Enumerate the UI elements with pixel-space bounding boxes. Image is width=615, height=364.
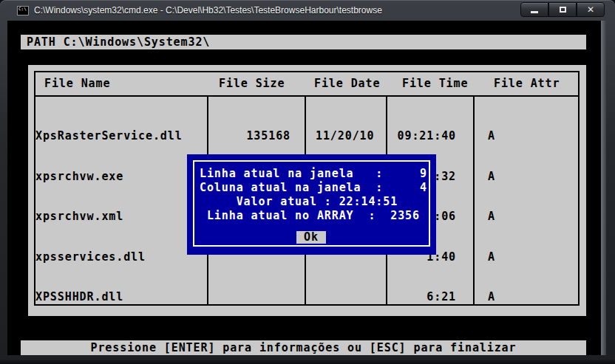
cell-file-attr: A [488, 170, 495, 184]
cell-file-name: xpsrchvw.xml [35, 210, 123, 224]
minimize-button[interactable] [520, 2, 548, 17]
cell-file-attr: A [488, 129, 495, 143]
column-header-file-attr: File Attr [494, 77, 560, 90]
close-button[interactable]: ✕ [577, 2, 605, 17]
table-row[interactable]: XpsRasterService.dll13516811/20/1009:21:… [28, 129, 586, 143]
cell-file-date: 11/20/10 [316, 129, 374, 143]
cell-file-time: 09:21:40 [383, 129, 456, 143]
column-header-file-size: File Size [219, 77, 285, 90]
cmd-window: C:\ C:\Windows\system32\cmd.exe - C:\Dev… [0, 0, 615, 360]
close-icon: ✕ [587, 5, 594, 14]
cell-file-attr: A [488, 210, 495, 224]
cell-file-name: XPSSHHDR.dll [35, 290, 123, 304]
window-frame-right-bevel [601, 21, 606, 355]
screen: C:\ C:\Windows\system32\cmd.exe - C:\Dev… [0, 0, 615, 364]
cell-file-name: xpsrchvw.exe [35, 170, 123, 184]
dialog-line-current-value: Valor atual : 22:14:51 [200, 195, 398, 209]
column-header-file-time: File Time [402, 77, 468, 90]
path-bar: PATH C:\Windows\System32\ [21, 35, 586, 49]
window-title: C:\Windows\system32\cmd.exe - C:\Devel\H… [34, 5, 382, 16]
maximize-icon [560, 7, 566, 13]
status-text: Pressione [ENTER] para informações ou [E… [91, 341, 517, 354]
dialog-line-window-row: Linha atual na janela : 9 [200, 167, 427, 181]
ok-button[interactable]: Ok [296, 231, 326, 244]
minimize-icon [531, 11, 538, 13]
cell-file-name: XpsRasterService.dll [35, 129, 183, 143]
cell-file-size [214, 290, 290, 304]
path-text: PATH C:\Windows\System32\ [27, 35, 210, 49]
cell-file-name: xpsservices.dll [35, 250, 146, 264]
dialog-line-window-col: Coluna atual na janela : 4 [200, 181, 427, 195]
header-separator-line [35, 95, 579, 97]
window-controls: ✕ [520, 2, 605, 17]
console-client-area: PATH C:\Windows\System32\ File Name File… [7, 21, 601, 355]
cell-file-attr: A [488, 250, 495, 264]
cmd-icon[interactable]: C:\ [17, 6, 29, 16]
taskbar-sliver [0, 360, 615, 364]
dialog-line-array-row: Linha atual no ARRAY : 2356 [200, 209, 420, 223]
status-bar: Pressione [ENTER] para informações ou [E… [21, 340, 586, 355]
title-bar[interactable]: C:\ C:\Windows\system32\cmd.exe - C:\Dev… [0, 0, 615, 21]
info-dialog: Linha atual na janela : 9 Coluna atual n… [187, 154, 436, 255]
column-header-file-name: File Name [44, 77, 110, 90]
column-header-file-date: File Date [314, 77, 380, 90]
cell-file-time: 6:21 [383, 290, 456, 304]
cell-file-attr: A [488, 290, 495, 304]
maximize-button[interactable] [548, 2, 577, 17]
table-row[interactable]: XPSSHHDR.dll6:21A [28, 290, 586, 304]
cell-file-size: 135168 [214, 129, 290, 143]
